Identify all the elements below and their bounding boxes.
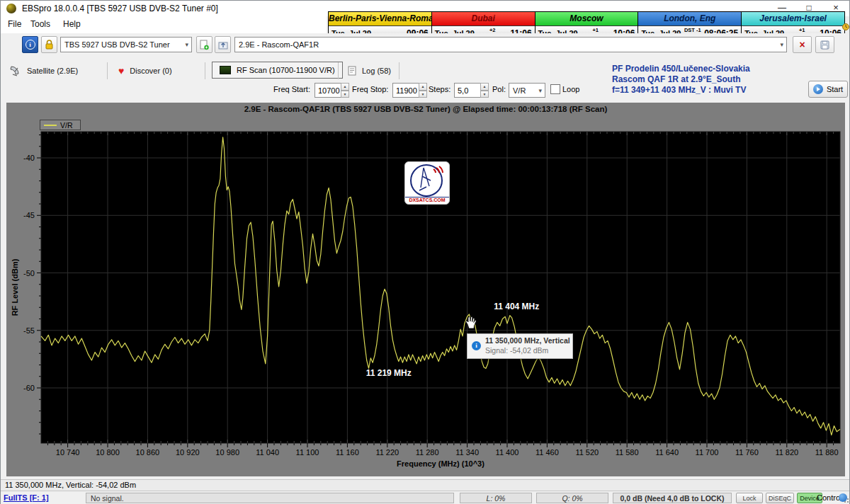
tooltip-frequency: 11 350,000 MHz, Vertical [485, 336, 570, 345]
spin-down-icon[interactable]: ▼ [341, 91, 349, 98]
info-line-2: Rascom QAF 1R at 2.9°E_South [612, 74, 741, 84]
delete-satellite-button[interactable]: × [793, 36, 812, 53]
tab-satellite[interactable]: Satellite (2.9E) [9, 63, 78, 79]
start-button[interactable]: Start [808, 81, 848, 98]
diseqc-button[interactable]: DiSEqC [766, 493, 794, 503]
tab-discover[interactable]: ♥ Discover (0) [118, 63, 172, 79]
signal-status-field: No signal. [86, 493, 454, 503]
menu-help[interactable]: Help [63, 19, 81, 29]
play-icon [813, 84, 823, 94]
spin-up-icon[interactable]: ▲ [480, 83, 489, 91]
x-tick-label: 11 700 [696, 448, 719, 457]
upload-settings-button[interactable] [215, 36, 231, 53]
snr-field: 0,0 dB (Need 4,0 dB to LOCK) [613, 493, 732, 503]
chart-annotation: 11 404 MHz [494, 302, 539, 311]
spin-down-icon[interactable]: ▼ [419, 91, 427, 98]
pol-label: Pol: [492, 85, 506, 93]
tab-log[interactable]: Log (58) [348, 63, 391, 79]
loop-label: Loop [562, 85, 579, 93]
freq-stop-stepper[interactable]: 11900 ▲▼ [392, 83, 427, 98]
tuner-select[interactable]: TBS 5927 USB DVB-S2 Tuner▾ [60, 37, 192, 52]
tab-separator [205, 62, 205, 79]
menu-tools[interactable]: Tools [30, 19, 50, 29]
freq-start-value[interactable]: 10700 [314, 83, 341, 98]
tab-separator [107, 62, 108, 79]
y-tick-label: -40 [23, 154, 35, 162]
x-axis-title: Frequency (MHz) (10^3) [397, 459, 484, 468]
start-button-label: Start [827, 85, 843, 93]
spin-up-icon[interactable]: ▲ [341, 83, 349, 91]
clock-offset: DST -1 [681, 27, 704, 33]
x-tick-label: 10 860 [136, 448, 160, 457]
dxsatcs-logo: DXSATCS.COM [404, 161, 450, 205]
level-field: L: 0% [460, 493, 532, 503]
x-tick-label: 11 460 [536, 448, 559, 457]
lock-button[interactable] [41, 36, 57, 53]
loop-checkbox[interactable] [550, 84, 560, 94]
lock-icon [45, 40, 54, 50]
spin-up-icon[interactable]: ▲ [419, 83, 427, 91]
spectrum-plot[interactable]: 10 74010 80010 86010 92010 98011 04011 1… [6, 103, 845, 476]
x-tick-label: 11 760 [735, 448, 759, 457]
y-tick-label: -50 [23, 269, 35, 277]
x-tick-label: 10 800 [96, 448, 120, 457]
freq-start-stepper[interactable]: 10700 ▲▼ [314, 83, 349, 98]
rf-scan-icon [220, 66, 231, 74]
chevron-down-icon: ▾ [538, 87, 545, 94]
y-tick-label: -60 [23, 384, 35, 392]
menu-file[interactable]: File [8, 19, 21, 29]
x-tick-label: 11 340 [455, 448, 479, 457]
add-note-button[interactable] [196, 36, 212, 53]
x-tick-label: 11 280 [416, 448, 439, 457]
info-icon: i [472, 341, 481, 350]
x-tick-label: 11 820 [775, 448, 798, 457]
fullts-link[interactable]: FullTS [F: 1] [4, 493, 49, 502]
info-line-1: PF Prodelin 450/Lučenec-Slovakia [612, 64, 750, 74]
freq-stop-value[interactable]: 11900 [392, 83, 419, 98]
info-icon: i [26, 40, 35, 50]
tab-discover-label: Discover (0) [130, 67, 171, 75]
quality-field: Q: 0% [536, 493, 608, 503]
clock-offset: +1 [784, 27, 820, 33]
pol-select[interactable]: V/R▾ [509, 83, 545, 98]
y-tick-label: -45 [23, 211, 35, 219]
tab-separator [399, 62, 400, 79]
x-tick-label: 10 920 [176, 448, 200, 457]
steps-value[interactable]: 5,0 [454, 83, 480, 98]
clock-city: Berlin-Paris-Vienna-Roma [329, 12, 431, 26]
save-button[interactable] [815, 36, 834, 53]
spin-down-icon[interactable]: ▼ [480, 91, 489, 98]
clock-icon[interactable] [842, 22, 849, 32]
x-tick-label: 11 160 [336, 448, 359, 457]
x-tick-label: 10 740 [56, 448, 80, 457]
logo-text: DXSATCS.COM [405, 197, 449, 202]
x-tick-label: 11 580 [616, 448, 639, 457]
satellite-dish-logo-icon [405, 162, 449, 196]
chevron-down-icon: ▾ [185, 41, 191, 48]
x-tick-label: 11 520 [575, 448, 599, 457]
satellite-field-value: 2.9E - Rascom-QAF1R [239, 40, 319, 49]
lock-status-button[interactable]: Lock [736, 493, 763, 503]
x-tick-label: 11 640 [655, 448, 679, 457]
info-button[interactable]: i [22, 36, 38, 53]
tab-rf-scan-label: RF Scan (10700-11900 V/R) [237, 66, 335, 74]
steps-label: Steps: [429, 85, 450, 93]
satellite-field[interactable]: 2.9E - Rascom-QAF1R▾ [234, 37, 787, 52]
y-tick-label: -55 [23, 326, 35, 335]
resize-grip[interactable] [844, 498, 849, 503]
tab-rf-scan[interactable]: RF Scan (10700-11900 V/R) [212, 62, 343, 79]
window-title: EBSpro 18.0.0.4 [TBS 5927 USB DVB-S2 Tun… [22, 4, 218, 13]
x-tick-label: 11 220 [375, 448, 399, 457]
tab-separator [338, 62, 339, 79]
heart-icon: ♥ [118, 66, 124, 76]
log-document-icon [348, 66, 356, 76]
clock-city: London, Eng [638, 12, 741, 26]
clock-city: Dubai [432, 12, 535, 26]
pol-select-value: V/R [513, 86, 526, 95]
signal-tooltip: i 11 350,000 MHz, Vertical Signal: -54,0… [467, 333, 573, 359]
application-window: EBSpro 18.0.0.4 [TBS 5927 USB DVB-S2 Tun… [0, 0, 850, 504]
steps-stepper[interactable]: 5,0 ▲▼ [454, 83, 489, 98]
chart-annotation: 11 219 MHz [366, 368, 412, 378]
floppy-disk-icon [820, 40, 829, 50]
app-icon [6, 4, 16, 13]
